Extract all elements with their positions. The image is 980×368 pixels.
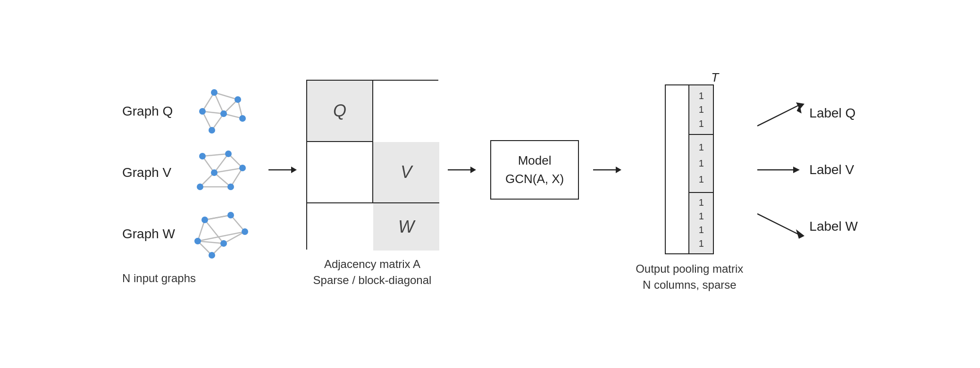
model-section: Model GCN(A, X) — [490, 140, 579, 200]
svg-line-31 — [198, 220, 205, 241]
svg-marker-51 — [616, 167, 621, 173]
svg-point-43 — [194, 238, 201, 244]
arrow-to-label-w — [757, 207, 809, 240]
svg-point-12 — [220, 110, 227, 117]
graph-q-label: Graph Q — [122, 104, 184, 119]
matrix-section: Q V W Adjacency matrix A Sparse / block-… — [306, 80, 438, 288]
svg-line-52 — [757, 105, 800, 126]
svg-point-10 — [235, 96, 241, 103]
svg-point-24 — [199, 153, 206, 159]
svg-point-41 — [227, 212, 234, 218]
label-q-row: Label Q — [809, 85, 858, 142]
output-matrix-wrapper: T 1 1 1 1 1 1 — [665, 84, 714, 254]
label-v-text: Label V — [809, 162, 854, 177]
output-matrix: 1 1 1 1 1 1 1 1 1 1 — [665, 84, 714, 254]
svg-marker-56 — [793, 167, 800, 173]
matrix-white-bot-left — [307, 203, 373, 251]
matrix-caption: Adjacency matrix A Sparse / block-diagon… — [313, 256, 432, 288]
svg-point-14 — [209, 127, 215, 134]
svg-point-11 — [199, 108, 206, 115]
matrix-block-q: Q — [307, 81, 373, 142]
label-w-row: Label W — [809, 198, 858, 255]
output-cell-v: 1 1 1 — [689, 135, 713, 192]
graph-v-row: Graph V — [122, 144, 254, 201]
svg-point-44 — [220, 240, 227, 247]
output-t-label: T — [711, 70, 719, 85]
matrix-white-mid-left — [307, 142, 373, 203]
svg-point-13 — [239, 115, 246, 122]
graph-w-label: Graph W — [122, 226, 184, 242]
graphs-caption: N input graphs — [122, 272, 196, 285]
model-box: Model GCN(A, X) — [490, 140, 579, 200]
label-v-row: Label V — [809, 142, 858, 198]
graphs-section: Graph Q Gra — [122, 83, 254, 285]
svg-line-18 — [214, 154, 228, 173]
matrix-white-top-right — [373, 81, 439, 142]
svg-point-9 — [211, 89, 218, 96]
matrix-block-v: V — [373, 142, 439, 203]
svg-line-36 — [198, 241, 224, 243]
graph-w-row: Graph W — [122, 206, 254, 262]
graph-q-svg — [188, 83, 254, 140]
graph-w-svg — [188, 206, 254, 262]
svg-line-15 — [202, 154, 228, 156]
svg-point-29 — [227, 184, 234, 190]
output-col-gray: 1 1 1 1 1 1 1 1 1 1 — [689, 85, 713, 253]
main-container: Graph Q Gra — [0, 0, 980, 368]
output-section: T 1 1 1 1 1 1 — [636, 75, 743, 293]
svg-point-42 — [242, 228, 248, 235]
graph-q-row: Graph Q — [122, 83, 254, 140]
output-cell-q: 1 1 1 — [689, 85, 713, 135]
label-w-text: Label W — [809, 219, 858, 234]
svg-line-2 — [202, 92, 214, 111]
graph-v-label: Graph V — [122, 165, 184, 180]
svg-line-0 — [214, 92, 238, 100]
svg-line-57 — [757, 214, 800, 235]
svg-marker-49 — [470, 167, 476, 173]
svg-point-28 — [197, 184, 203, 190]
label-q-text: Label Q — [809, 106, 855, 121]
output-caption: Output pooling matrix N columns, sparse — [636, 261, 743, 293]
svg-point-40 — [201, 217, 208, 223]
arrow-3 — [593, 163, 621, 177]
matrix-block-w: W — [373, 203, 439, 251]
svg-line-20 — [231, 168, 243, 187]
arrow-2 — [448, 163, 476, 177]
svg-point-45 — [209, 252, 215, 259]
svg-marker-47 — [291, 167, 297, 173]
labels-section: Label Q Label V Label W — [809, 85, 858, 255]
svg-line-33 — [205, 215, 231, 220]
svg-point-27 — [211, 169, 218, 176]
output-cell-w: 1 1 1 1 — [689, 193, 713, 254]
arrows-to-labels — [757, 85, 809, 255]
svg-point-25 — [225, 151, 232, 157]
arrow-to-label-q — [757, 100, 809, 133]
block-matrix: Q V W — [306, 80, 438, 250]
arrow-1 — [268, 163, 297, 177]
graph-v-svg — [188, 144, 254, 201]
svg-line-1 — [214, 92, 224, 114]
svg-line-39 — [205, 220, 224, 243]
output-col-white — [666, 85, 689, 253]
arrow-to-label-v — [757, 163, 809, 177]
svg-point-26 — [239, 165, 246, 171]
svg-line-19 — [214, 168, 243, 173]
